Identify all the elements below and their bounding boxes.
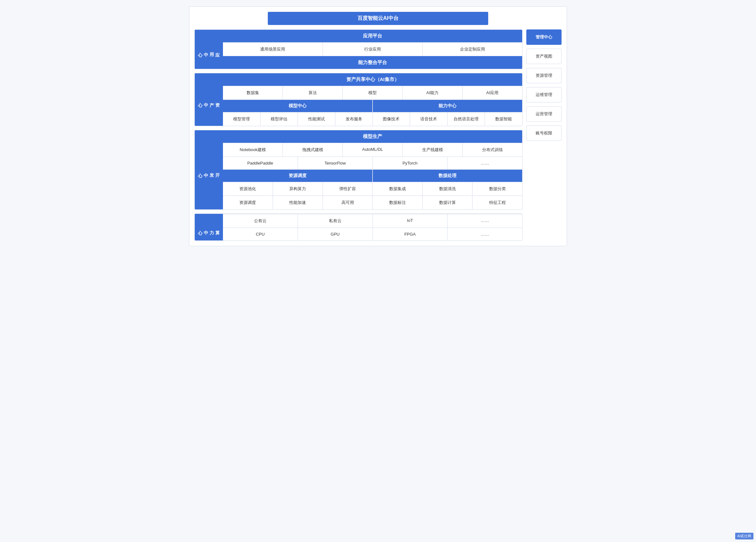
cell-yingyong-3: 企业定制应用: [423, 43, 522, 56]
model-center-bar: 模型中心: [223, 100, 373, 112]
kaifa-cell-5: 分布式训练: [463, 143, 522, 157]
cell-zichan-1: 数据集: [223, 86, 283, 100]
zichan-centers: 模型中心 能力中心: [223, 100, 522, 112]
yingyong-row1: 通用场景应用 行业应用 企业定制应用: [223, 42, 522, 56]
left-content: 应用中心 应用平台 通用场景应用 行业应用 企业定制应用 能力整合平台 资产中心…: [194, 29, 522, 241]
cell-zichan-5: AI应用: [463, 86, 522, 100]
zichan-sub-row: 模型管理 模型评估 性能测试 发布服务 图像技术 语音技术 自然语言处理 数据智…: [223, 112, 522, 126]
cell-ability-4: 数据智能: [485, 112, 522, 126]
body-yingyong: 应用平台 通用场景应用 行业应用 企业定制应用 能力整合平台: [223, 30, 522, 69]
kaifa-cell-4: 生产线建模: [403, 143, 463, 157]
res-cell-1: 资源池化: [223, 182, 273, 196]
ability-center-bar: 能力中心: [373, 100, 522, 112]
suanli-row2: CPU GPU FPGA ……: [223, 228, 522, 241]
kaifa-sub1: 资源池化 异构算力 弹性扩容 数据集成 数据清洗 数据分类: [223, 182, 522, 196]
suanli-cell-7: FPGA: [373, 228, 448, 241]
cell-zichan-4: AI能力: [403, 86, 463, 100]
label-suanli: 算力中心: [195, 214, 223, 241]
zichan-row1: 数据集 算法 模型 AI能力 AI应用: [223, 86, 522, 100]
main-container: 百度智能云AI中台 应用中心 应用平台 通用场景应用 行业应用 企业定制应用 能…: [189, 6, 567, 246]
section-suanli: 算力中心 公有云 私有云 IoT …… CPU GPU FPGA ……: [194, 214, 522, 241]
body-kaifa: 模型生产 Notebook建模 拖拽式建模 AutoML/DL 生产线建模 分布…: [223, 130, 522, 210]
res-cell-4: 资源调度: [223, 196, 273, 210]
suanli-cell-4: ……: [448, 214, 522, 228]
sidebar-item-2: 资源管理: [526, 68, 562, 83]
data-cell-6: 特征工程: [473, 196, 522, 210]
framework-3: PyTorch: [373, 157, 448, 169]
kaifa-sub2: 资源调度 性能加速 高可用 数据标注 数据计算 特征工程: [223, 196, 522, 210]
kaifa-cell-3: AutoML/DL: [343, 143, 403, 157]
sidebar-top: 管理中心: [526, 29, 562, 45]
cell-model-4: 发布服务: [335, 112, 373, 126]
resource-dispatch-bar: 资源调度: [223, 170, 373, 182]
suanli-cell-3: IoT: [373, 214, 448, 228]
body-suanli: 公有云 私有云 IoT …… CPU GPU FPGA ……: [223, 214, 522, 241]
kaifa-cell-1: Notebook建模: [223, 143, 283, 157]
section-yingyong: 应用中心 应用平台 通用场景应用 行业应用 企业定制应用 能力整合平台: [194, 29, 522, 69]
framework-4: ……: [448, 157, 522, 169]
cell-ability-3: 自然语言处理: [448, 112, 485, 126]
integration-bar: 能力整合平台: [223, 56, 522, 69]
label-kaifa: 开发中心: [195, 130, 223, 210]
data-cell-5: 数据计算: [423, 196, 473, 210]
suanli-cell-2: 私有云: [298, 214, 373, 228]
section-zichan: 资产中心 资产共享中心（AI集市） 数据集 算法 模型 AI能力 AI应用 模型…: [194, 73, 522, 126]
suanli-row1: 公有云 私有云 IoT ……: [223, 214, 522, 228]
framework-2: TensorFlow: [298, 157, 373, 169]
section-kaifa: 开发中心 模型生产 Notebook建模 拖拽式建模 AutoML/DL 生产线…: [194, 130, 522, 210]
data-cell-1: 数据集成: [373, 182, 423, 196]
model-prod-bar: 模型生产: [223, 130, 522, 143]
main-title: 百度智能云AI中台: [268, 12, 488, 25]
res-cell-3: 弹性扩容: [323, 182, 373, 196]
suanli-cell-1: 公有云: [223, 214, 298, 228]
framework-1: PaddlePaddle: [223, 157, 298, 169]
suanli-cell-6: GPU: [298, 228, 373, 241]
data-cell-3: 数据分类: [473, 182, 522, 196]
main-layout: 应用中心 应用平台 通用场景应用 行业应用 企业定制应用 能力整合平台 资产中心…: [194, 29, 562, 241]
right-sidebar: 管理中心 资产视图 资源管理 运维管理 运营管理 账号权限: [526, 29, 562, 141]
label-yingyong: 应用中心: [195, 30, 223, 69]
kaifa-cell-2: 拖拽式建模: [283, 143, 343, 157]
sidebar-item-3: 运维管理: [526, 87, 562, 103]
label-zichan: 资产中心: [195, 73, 223, 126]
sharing-bar: 资产共享中心（AI集市）: [223, 73, 522, 86]
sidebar-item-4: 运营管理: [526, 106, 562, 122]
cell-zichan-2: 算法: [283, 86, 343, 100]
res-cell-6: 高可用: [323, 196, 373, 210]
platform-bar: 应用平台: [223, 30, 522, 42]
res-cell-5: 性能加速: [273, 196, 323, 210]
cell-yingyong-1: 通用场景应用: [223, 43, 323, 56]
suanli-cell-5: CPU: [223, 228, 298, 241]
cell-model-3: 性能测试: [298, 112, 335, 126]
kaifa-centers: 资源调度 数据处理: [223, 169, 522, 182]
cell-zichan-3: 模型: [343, 86, 403, 100]
body-zichan: 资产共享中心（AI集市） 数据集 算法 模型 AI能力 AI应用 模型中心 能力…: [223, 73, 522, 126]
kaifa-row1: Notebook建模 拖拽式建模 AutoML/DL 生产线建模 分布式训练: [223, 143, 522, 157]
data-cell-2: 数据清洗: [423, 182, 473, 196]
data-cell-4: 数据标注: [373, 196, 423, 210]
cell-model-2: 模型评估: [260, 112, 298, 126]
cell-yingyong-2: 行业应用: [323, 43, 423, 56]
kaifa-frameworks: PaddlePaddle TensorFlow PyTorch ……: [223, 157, 522, 169]
res-cell-2: 异构算力: [273, 182, 323, 196]
cell-ability-2: 语音技术: [410, 112, 448, 126]
sidebar-item-1: 资产视图: [526, 49, 562, 64]
data-processing-bar: 数据处理: [373, 170, 522, 182]
sidebar-item-5: 账号权限: [526, 126, 562, 141]
cell-ability-1: 图像技术: [373, 112, 410, 126]
cell-model-1: 模型管理: [223, 112, 260, 126]
suanli-cell-8: ……: [448, 228, 522, 241]
